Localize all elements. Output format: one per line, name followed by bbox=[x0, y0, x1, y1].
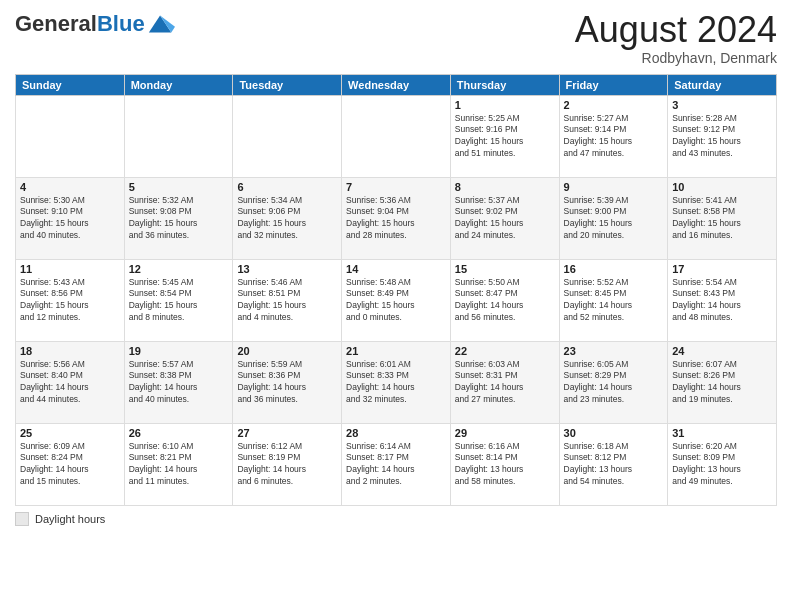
day-info: Sunrise: 6:05 AM Sunset: 8:29 PM Dayligh… bbox=[564, 359, 664, 407]
day-info: Sunrise: 5:34 AM Sunset: 9:06 PM Dayligh… bbox=[237, 195, 337, 243]
day-number: 6 bbox=[237, 181, 337, 193]
daylight-legend-label: Daylight hours bbox=[35, 513, 105, 525]
day-info: Sunrise: 5:54 AM Sunset: 8:43 PM Dayligh… bbox=[672, 277, 772, 325]
calendar-cell: 16Sunrise: 5:52 AM Sunset: 8:45 PM Dayli… bbox=[559, 259, 668, 341]
day-number: 20 bbox=[237, 345, 337, 357]
day-number: 11 bbox=[20, 263, 120, 275]
day-info: Sunrise: 5:45 AM Sunset: 8:54 PM Dayligh… bbox=[129, 277, 229, 325]
day-info: Sunrise: 6:09 AM Sunset: 8:24 PM Dayligh… bbox=[20, 441, 120, 489]
day-info: Sunrise: 5:59 AM Sunset: 8:36 PM Dayligh… bbox=[237, 359, 337, 407]
day-info: Sunrise: 6:18 AM Sunset: 8:12 PM Dayligh… bbox=[564, 441, 664, 489]
day-info: Sunrise: 5:52 AM Sunset: 8:45 PM Dayligh… bbox=[564, 277, 664, 325]
col-saturday: Saturday bbox=[668, 74, 777, 95]
calendar-cell: 2Sunrise: 5:27 AM Sunset: 9:14 PM Daylig… bbox=[559, 95, 668, 177]
location: Rodbyhavn, Denmark bbox=[575, 50, 777, 66]
calendar-cell: 9Sunrise: 5:39 AM Sunset: 9:00 PM Daylig… bbox=[559, 177, 668, 259]
day-info: Sunrise: 5:39 AM Sunset: 9:00 PM Dayligh… bbox=[564, 195, 664, 243]
calendar-cell: 1Sunrise: 5:25 AM Sunset: 9:16 PM Daylig… bbox=[450, 95, 559, 177]
day-number: 8 bbox=[455, 181, 555, 193]
day-number: 9 bbox=[564, 181, 664, 193]
col-tuesday: Tuesday bbox=[233, 74, 342, 95]
day-number: 15 bbox=[455, 263, 555, 275]
day-number: 2 bbox=[564, 99, 664, 111]
calendar-cell: 14Sunrise: 5:48 AM Sunset: 8:49 PM Dayli… bbox=[342, 259, 451, 341]
day-info: Sunrise: 6:16 AM Sunset: 8:14 PM Dayligh… bbox=[455, 441, 555, 489]
calendar-cell: 11Sunrise: 5:43 AM Sunset: 8:56 PM Dayli… bbox=[16, 259, 125, 341]
calendar-cell: 27Sunrise: 6:12 AM Sunset: 8:19 PM Dayli… bbox=[233, 423, 342, 505]
calendar-week-row: 1Sunrise: 5:25 AM Sunset: 9:16 PM Daylig… bbox=[16, 95, 777, 177]
day-number: 3 bbox=[672, 99, 772, 111]
day-number: 30 bbox=[564, 427, 664, 439]
calendar-week-row: 18Sunrise: 5:56 AM Sunset: 8:40 PM Dayli… bbox=[16, 341, 777, 423]
day-info: Sunrise: 6:07 AM Sunset: 8:26 PM Dayligh… bbox=[672, 359, 772, 407]
calendar-cell: 17Sunrise: 5:54 AM Sunset: 8:43 PM Dayli… bbox=[668, 259, 777, 341]
daylight-legend-box bbox=[15, 512, 29, 526]
calendar-cell: 24Sunrise: 6:07 AM Sunset: 8:26 PM Dayli… bbox=[668, 341, 777, 423]
day-info: Sunrise: 5:28 AM Sunset: 9:12 PM Dayligh… bbox=[672, 113, 772, 161]
calendar-cell: 28Sunrise: 6:14 AM Sunset: 8:17 PM Dayli… bbox=[342, 423, 451, 505]
calendar-cell: 19Sunrise: 5:57 AM Sunset: 8:38 PM Dayli… bbox=[124, 341, 233, 423]
day-info: Sunrise: 5:48 AM Sunset: 8:49 PM Dayligh… bbox=[346, 277, 446, 325]
day-number: 12 bbox=[129, 263, 229, 275]
day-number: 28 bbox=[346, 427, 446, 439]
day-info: Sunrise: 6:03 AM Sunset: 8:31 PM Dayligh… bbox=[455, 359, 555, 407]
day-number: 26 bbox=[129, 427, 229, 439]
day-number: 10 bbox=[672, 181, 772, 193]
day-number: 4 bbox=[20, 181, 120, 193]
calendar-cell: 7Sunrise: 5:36 AM Sunset: 9:04 PM Daylig… bbox=[342, 177, 451, 259]
footer: Daylight hours bbox=[15, 512, 777, 526]
calendar-cell: 31Sunrise: 6:20 AM Sunset: 8:09 PM Dayli… bbox=[668, 423, 777, 505]
logo-blue-text: Blue bbox=[97, 11, 145, 36]
day-info: Sunrise: 5:43 AM Sunset: 8:56 PM Dayligh… bbox=[20, 277, 120, 325]
title-block: August 2024 Rodbyhavn, Denmark bbox=[575, 10, 777, 66]
calendar-table: Sunday Monday Tuesday Wednesday Thursday… bbox=[15, 74, 777, 506]
col-friday: Friday bbox=[559, 74, 668, 95]
day-number: 13 bbox=[237, 263, 337, 275]
month-title: August 2024 bbox=[575, 10, 777, 50]
day-info: Sunrise: 6:10 AM Sunset: 8:21 PM Dayligh… bbox=[129, 441, 229, 489]
day-number: 17 bbox=[672, 263, 772, 275]
day-number: 18 bbox=[20, 345, 120, 357]
logo: GeneralBlue bbox=[15, 10, 175, 38]
calendar-cell: 10Sunrise: 5:41 AM Sunset: 8:58 PM Dayli… bbox=[668, 177, 777, 259]
calendar-cell: 21Sunrise: 6:01 AM Sunset: 8:33 PM Dayli… bbox=[342, 341, 451, 423]
day-number: 14 bbox=[346, 263, 446, 275]
calendar-cell bbox=[16, 95, 125, 177]
calendar-cell: 18Sunrise: 5:56 AM Sunset: 8:40 PM Dayli… bbox=[16, 341, 125, 423]
header: GeneralBlue August 2024 Rodbyhavn, Denma… bbox=[15, 10, 777, 66]
day-info: Sunrise: 5:36 AM Sunset: 9:04 PM Dayligh… bbox=[346, 195, 446, 243]
calendar-cell: 26Sunrise: 6:10 AM Sunset: 8:21 PM Dayli… bbox=[124, 423, 233, 505]
day-number: 22 bbox=[455, 345, 555, 357]
day-info: Sunrise: 6:01 AM Sunset: 8:33 PM Dayligh… bbox=[346, 359, 446, 407]
calendar-week-row: 25Sunrise: 6:09 AM Sunset: 8:24 PM Dayli… bbox=[16, 423, 777, 505]
calendar-cell: 15Sunrise: 5:50 AM Sunset: 8:47 PM Dayli… bbox=[450, 259, 559, 341]
day-number: 16 bbox=[564, 263, 664, 275]
day-info: Sunrise: 5:25 AM Sunset: 9:16 PM Dayligh… bbox=[455, 113, 555, 161]
col-monday: Monday bbox=[124, 74, 233, 95]
calendar-cell: 6Sunrise: 5:34 AM Sunset: 9:06 PM Daylig… bbox=[233, 177, 342, 259]
day-info: Sunrise: 5:27 AM Sunset: 9:14 PM Dayligh… bbox=[564, 113, 664, 161]
logo-icon bbox=[147, 10, 175, 38]
calendar-header-row: Sunday Monday Tuesday Wednesday Thursday… bbox=[16, 74, 777, 95]
calendar-cell: 30Sunrise: 6:18 AM Sunset: 8:12 PM Dayli… bbox=[559, 423, 668, 505]
day-info: Sunrise: 5:41 AM Sunset: 8:58 PM Dayligh… bbox=[672, 195, 772, 243]
day-number: 24 bbox=[672, 345, 772, 357]
day-number: 19 bbox=[129, 345, 229, 357]
calendar-cell bbox=[233, 95, 342, 177]
calendar-cell: 22Sunrise: 6:03 AM Sunset: 8:31 PM Dayli… bbox=[450, 341, 559, 423]
day-number: 1 bbox=[455, 99, 555, 111]
day-info: Sunrise: 5:37 AM Sunset: 9:02 PM Dayligh… bbox=[455, 195, 555, 243]
calendar-cell: 5Sunrise: 5:32 AM Sunset: 9:08 PM Daylig… bbox=[124, 177, 233, 259]
day-number: 31 bbox=[672, 427, 772, 439]
day-number: 5 bbox=[129, 181, 229, 193]
day-info: Sunrise: 5:32 AM Sunset: 9:08 PM Dayligh… bbox=[129, 195, 229, 243]
day-number: 23 bbox=[564, 345, 664, 357]
calendar-cell: 3Sunrise: 5:28 AM Sunset: 9:12 PM Daylig… bbox=[668, 95, 777, 177]
day-info: Sunrise: 5:46 AM Sunset: 8:51 PM Dayligh… bbox=[237, 277, 337, 325]
calendar-cell: 13Sunrise: 5:46 AM Sunset: 8:51 PM Dayli… bbox=[233, 259, 342, 341]
calendar-cell bbox=[124, 95, 233, 177]
day-number: 7 bbox=[346, 181, 446, 193]
day-info: Sunrise: 5:30 AM Sunset: 9:10 PM Dayligh… bbox=[20, 195, 120, 243]
day-number: 27 bbox=[237, 427, 337, 439]
page: GeneralBlue August 2024 Rodbyhavn, Denma… bbox=[0, 0, 792, 612]
